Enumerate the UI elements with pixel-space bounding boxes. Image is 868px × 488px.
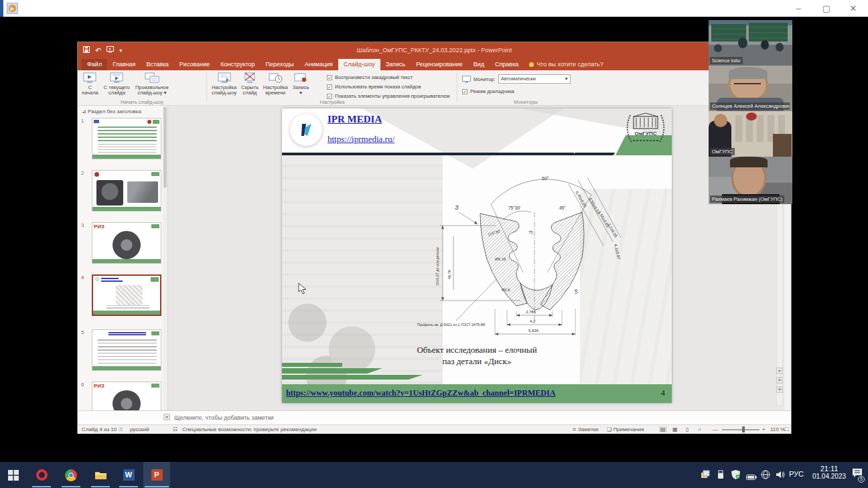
fit-to-window-button[interactable]: ⛶ <box>785 426 789 433</box>
tab-insert[interactable]: Вставка <box>141 59 173 70</box>
folder-icon <box>94 470 107 480</box>
participant-tile[interactable]: Рахмаев Рахимжан (ОмГУПС) <box>709 157 792 204</box>
tray-clock[interactable]: 21:11 01.04.2023 <box>809 465 849 480</box>
tab-design[interactable]: Конструктор <box>215 59 260 70</box>
svg-text:З: З <box>455 204 459 211</box>
tab-file[interactable]: Файл <box>82 59 107 70</box>
custom-slideshow-button[interactable]: Произвольноеслайд-шоу ▾ <box>135 72 169 96</box>
hide-slide-button[interactable]: Скрытьслайд <box>241 72 259 96</box>
notes-placeholder[interactable]: Щелкните, чтобы добавить заметки <box>174 414 274 421</box>
slide-2-thumbnail[interactable] <box>92 170 161 212</box>
taskbar-word-icon[interactable]: W <box>115 462 142 488</box>
zoom-slider-thumb[interactable] <box>742 426 745 432</box>
notes-pane[interactable]: ▾ Щелкните, чтобы добавить заметки <box>78 410 791 424</box>
from-beginning-button[interactable]: Сначала <box>82 72 98 96</box>
monitor-dropdown[interactable]: Автоматически▾ <box>498 74 571 84</box>
comments-toggle-button[interactable]: ❏ Примечания <box>607 426 644 432</box>
tray-volume-icon[interactable] <box>776 470 785 482</box>
participant-tile[interactable]: ОмГУПС <box>709 111 792 157</box>
rehearse-timings-button[interactable]: Настройкавремени <box>263 72 288 96</box>
tray-network-icon[interactable] <box>761 470 770 482</box>
qat-customize-icon[interactable]: ▾ <box>119 48 122 54</box>
zoom-slider[interactable] <box>722 429 760 430</box>
ipr-media-url-link[interactable]: https://iprmedia.ru/ <box>328 134 394 145</box>
participant-name: ОмГУПС <box>710 148 735 155</box>
setup-slideshow-button[interactable]: Настройкаслайд-шоу <box>212 72 236 96</box>
slide-3-thumbnail[interactable]: РИЗ <box>92 222 161 264</box>
minimize-button[interactable]: – <box>785 0 812 17</box>
language-indicator[interactable]: русский <box>130 426 149 432</box>
zoom-out-button[interactable]: — <box>713 426 718 432</box>
spellcheck-icon[interactable]: ⍐ <box>119 426 123 433</box>
ribbon-tab-strip: Файл Главная Вставка Рисование Конструкт… <box>78 58 791 70</box>
slide-number: 4 <box>661 388 666 398</box>
slide-sorter-view-button[interactable]: ▦ <box>672 426 678 432</box>
checkbox-show-media-controls[interactable]: ✓Показать элементы управления проигрыват… <box>327 93 449 99</box>
section-header[interactable]: ⊿ Раздел без заголовка <box>82 108 141 114</box>
tray-usb-icon[interactable] <box>717 470 725 482</box>
taskbar-chrome-icon[interactable] <box>58 462 84 488</box>
thumbnail-scrollbar[interactable] <box>163 106 167 410</box>
tab-slideshow[interactable]: Слайд-шоу <box>338 59 380 70</box>
slide-1-thumbnail[interactable] <box>92 118 161 159</box>
accessibility-status[interactable]: Специальные возможности: проверьте реком… <box>182 426 317 432</box>
video-conference-panel: Science kstu Солнцев Алексей Александров… <box>709 20 792 204</box>
next-slide-button[interactable]: ≚ <box>776 386 783 393</box>
undo-icon[interactable]: ↶ <box>95 46 101 55</box>
slide-4-thumbnail-selected[interactable] <box>92 274 161 316</box>
start-button[interactable] <box>0 462 27 488</box>
tab-transitions[interactable]: Переходы <box>261 59 299 70</box>
header-divider <box>573 153 616 155</box>
svg-text:R1: R1 <box>573 289 579 295</box>
zoom-in-button[interactable]: + <box>762 426 766 432</box>
start-slideshow-icon[interactable] <box>106 46 114 54</box>
tray-defender-icon[interactable] <box>731 470 740 482</box>
tab-home[interactable]: Главная <box>107 59 141 70</box>
host-title-bar: ▶ – ▢ ✕ <box>0 0 868 17</box>
collapse-notes-icon[interactable]: ▾ <box>163 414 170 420</box>
slide-canvas[interactable]: IPR MEDIA https://iprmedia.ru/ <box>282 108 672 403</box>
from-current-slide-button[interactable]: С текущегослайда <box>104 72 130 96</box>
presentation-app-icon: ▶ <box>7 3 18 14</box>
taskbar-opera-icon[interactable] <box>28 462 55 488</box>
maximize-button[interactable]: ▢ <box>813 0 840 17</box>
tab-record[interactable]: Запись <box>380 59 411 70</box>
record-slideshow-button[interactable]: Запись▾ <box>293 72 309 96</box>
svg-text:45°: 45° <box>559 206 566 210</box>
taskbar-explorer-icon[interactable] <box>87 462 114 488</box>
tell-me-search[interactable]: Что вы хотите сделать? <box>529 61 603 70</box>
ipr-media-link[interactable]: IPR MEDIA <box>328 114 382 125</box>
participant-tile[interactable]: Солнцев Алексей Александрович <box>709 66 792 111</box>
participant-tile[interactable]: Science kstu <box>709 20 792 66</box>
tray-language-indicator[interactable]: РУС <box>789 470 804 478</box>
taskbar-powerpoint-icon[interactable]: P <box>143 462 170 488</box>
tab-animations[interactable]: Анимация <box>299 59 338 70</box>
slide-1-number: 1 <box>81 118 90 159</box>
checkbox-presenter-view[interactable]: ✓Режим докладчика <box>462 88 593 94</box>
save-icon[interactable] <box>83 46 90 54</box>
tab-review[interactable]: Рецензирование <box>411 59 468 70</box>
scroll-down-icon[interactable]: ▾ <box>776 368 783 374</box>
normal-view-button[interactable]: ▤ <box>659 426 667 432</box>
checkbox-use-timings[interactable]: ✓Использовать время показа слайдов <box>327 84 449 90</box>
close-button[interactable]: ✕ <box>840 0 867 17</box>
notes-toggle-button[interactable]: ≐ Заметки <box>572 426 599 432</box>
slide-6-thumbnail[interactable]: РИЗ <box>92 382 161 410</box>
tab-view[interactable]: Вид <box>468 59 490 70</box>
tray-program-icon[interactable] <box>701 470 710 482</box>
tray-battery-icon[interactable] <box>746 471 757 483</box>
tab-help[interactable]: Справка <box>490 59 524 70</box>
svg-text:5,636: 5,636 <box>528 329 539 333</box>
slide-caption[interactable]: Объект исследования – елочный паз детали… <box>376 344 577 367</box>
youtube-link[interactable]: https://www.youtube.com/watch?v=1UsHtZGp… <box>286 388 555 398</box>
zoom-level[interactable]: 110 % <box>770 426 785 432</box>
notification-center-icon[interactable]: 5 <box>852 468 863 481</box>
slide-5-thumbnail[interactable] <box>92 329 161 371</box>
accessibility-icon[interactable]: ☷ <box>173 426 177 432</box>
previous-slide-button[interactable]: ≙ <box>776 377 783 384</box>
checkbox-play-narrations[interactable]: ✓Воспроизвести закадровый текст <box>327 74 449 80</box>
reading-view-button[interactable]: ▯ <box>686 426 689 432</box>
participant-name: Рахмаев Рахимжан (ОмГУПС) <box>710 195 784 203</box>
tab-draw[interactable]: Рисование <box>174 59 215 70</box>
slideshow-view-button[interactable]: ⑁ <box>698 426 701 432</box>
